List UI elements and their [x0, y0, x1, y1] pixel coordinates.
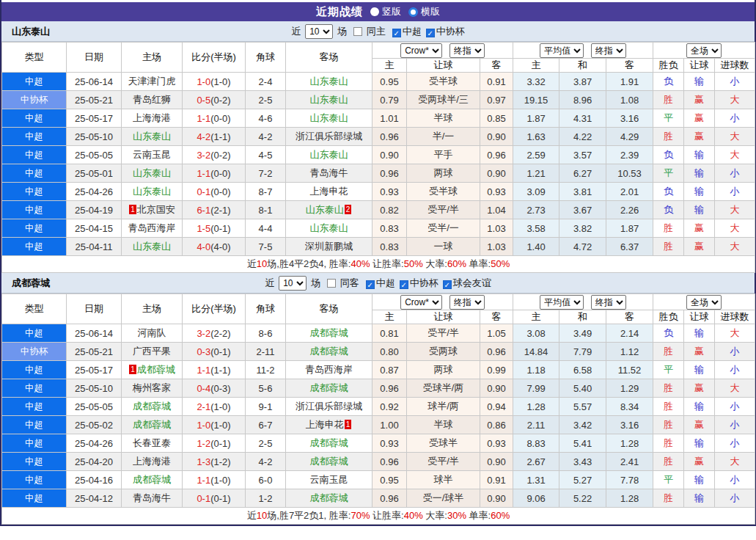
date-cell: 25-04-12	[67, 489, 122, 508]
col-result-header: 胜负	[653, 59, 684, 73]
layout-radio-vertical[interactable]: 竖版	[370, 5, 401, 18]
result-goals-cell: 小	[715, 471, 755, 489]
home-team-cell: 云南玉昆	[122, 146, 183, 164]
corners-cell: 2-5	[246, 91, 286, 109]
col-home-header: 主场	[122, 43, 183, 73]
avg-home-odds-cell: 1.21	[513, 164, 559, 183]
avg-home-odds-cell: 3.58	[513, 219, 559, 238]
handicap-line-cell: 平手	[407, 146, 480, 164]
bookmaker-select[interactable]: Crow*	[400, 43, 442, 58]
avg-home-odds-cell: 1.63	[513, 128, 559, 146]
summary-text: 近10场,胜4平2负4, 胜率:40% 让胜率:50% 大率:60% 单率:50…	[2, 256, 755, 273]
half-time-score: (4-0)	[210, 241, 230, 252]
result-goals-cell: 小	[715, 434, 755, 453]
result-goals-cell: 小	[715, 164, 755, 183]
result-goals-cell: 大	[715, 91, 755, 109]
home-team-cell: 上海海港	[122, 453, 183, 471]
final-odds-select[interactable]: 终指	[449, 295, 485, 310]
home-team-cell: 成都蓉城	[122, 471, 183, 489]
scope-checkbox[interactable]	[353, 27, 362, 36]
average-select[interactable]: 平均值	[540, 43, 584, 58]
avg-away-odds-cell: 11.52	[606, 361, 653, 379]
result-goals-cell: 大	[715, 146, 755, 164]
handicap-away-odds-cell: 0.99	[480, 361, 513, 379]
summary-segment: 40%	[351, 258, 370, 269]
half-time-score: (1-1)	[210, 131, 230, 142]
date-cell: 25-05-05	[67, 398, 122, 416]
competition-label: 中超	[376, 277, 395, 288]
radio-selected-icon[interactable]	[408, 7, 418, 17]
average-final-select[interactable]: 终指	[591, 295, 626, 310]
score-cell: 0-3(0-1)	[183, 343, 246, 361]
average-select[interactable]: 平均值	[540, 295, 584, 310]
col-result-handicap-header: 让球	[684, 59, 715, 73]
handicap-away-odds-cell: 0.91	[480, 471, 513, 489]
result-outcome-cell: 胜	[653, 91, 684, 109]
layout-radio-horizontal[interactable]: 横版	[408, 5, 440, 18]
handicap-away-odds-cell: 0.96	[480, 146, 513, 164]
half-time-score: (0-0)	[210, 168, 230, 179]
final-odds-select[interactable]: 终指	[449, 43, 485, 58]
match-row: 中超25-04-26长春亚泰1-2(0-1)2-5成都蓉城0.93受球半0.93…	[2, 434, 755, 453]
col-handicap-header: 让球	[407, 310, 480, 324]
competition-checkbox[interactable]: ✓	[366, 280, 375, 289]
full-match-select[interactable]: 全场	[686, 43, 722, 58]
avg-away-odds-cell: 3.16	[606, 416, 653, 434]
half-time-score: (1-2)	[210, 456, 230, 467]
page-title: 近期战绩	[316, 5, 363, 19]
handicap-away-odds-cell: 1.04	[480, 201, 513, 219]
match-row: 中超25-04-15青岛西海岸1-5(0-1)4-4山东泰山0.83受半/一1.…	[2, 219, 755, 238]
score-cell: 0-5(0-2)	[183, 91, 246, 109]
result-goals-cell: 大	[715, 324, 755, 343]
result-goals-cell: 大	[715, 379, 755, 398]
summary-row: 近10场,胜7平2负1, 胜率:70% 让胜率:40% 大率:30% 单率:60…	[2, 508, 755, 525]
result-handicap-cell: 赢	[684, 91, 715, 109]
home-team-cell: 山东泰山	[122, 128, 183, 146]
date-cell: 25-04-20	[67, 453, 122, 471]
bookmaker-select[interactable]: Crow*	[400, 295, 442, 310]
full-time-score: 1-3	[197, 456, 210, 467]
avg-draw-odds-cell: 6.58	[559, 361, 606, 379]
competition-checkbox[interactable]: ✓	[400, 280, 408, 289]
avg-away-odds-cell: 7.78	[606, 471, 653, 489]
competition-checkbox[interactable]: ✓	[426, 29, 435, 37]
half-time-score: (1-0)	[210, 475, 230, 486]
avg-home-odds-cell: 2.67	[513, 453, 559, 471]
handicap-home-odds-cell: 0.87	[373, 361, 407, 379]
scope-filter: 同主	[349, 25, 386, 38]
handicap-line-cell: 受平/半	[407, 453, 480, 471]
avg-home-odds-cell: 8.83	[513, 434, 559, 453]
avg-away-odds-cell: 8.34	[606, 398, 653, 416]
score-cell: 1-0(1-0)	[183, 73, 246, 91]
summary-text: 近10场,胜7平2负1, 胜率:70% 让胜率:40% 大率:30% 单率:60…	[2, 508, 755, 525]
layout-horizontal-label: 横版	[421, 5, 440, 18]
away-team-cell: 深圳新鹏城	[286, 238, 373, 256]
match-row: 中超25-05-10梅州客家0-4(0-3)5-6成都蓉城0.96受球半/两0.…	[2, 379, 755, 398]
half-time-score: (1-0)	[210, 401, 230, 412]
recent-count-select[interactable]: 10	[305, 24, 333, 39]
result-outcome-cell: 平	[653, 471, 684, 489]
team-link: 浙江俱乐部绿城	[296, 401, 362, 412]
corners-cell: 8-1	[246, 201, 286, 219]
scope-checkbox[interactable]	[327, 279, 336, 288]
average-final-select[interactable]: 终指	[591, 43, 626, 58]
match-row: 中超25-04-16成都蓉城1-1(1-0)6-0云南玉昆0.95球半0.911…	[2, 471, 755, 489]
corners-cell: 4-2	[246, 453, 286, 471]
match-row: 中协杯25-05-21青岛红狮0-5(0-2)2-5山东泰山0.79受两球半/三…	[2, 91, 755, 109]
full-match-select[interactable]: 全场	[686, 295, 722, 310]
competition-checkbox[interactable]: ✓	[392, 29, 401, 37]
competition-checkbox[interactable]: ✓	[443, 280, 452, 289]
result-handicap-cell: 输	[684, 471, 715, 489]
summary-segment: 让胜率:	[370, 258, 403, 269]
avg-home-odds-cell: 1.87	[513, 109, 559, 128]
score-cell: 6-1(2-1)	[183, 201, 246, 219]
team-link: 成都蓉城	[310, 456, 348, 467]
team-link: 天津津门虎	[128, 76, 176, 87]
recent-count-select[interactable]: 10	[279, 276, 307, 291]
avg-home-odds-cell: 19.15	[513, 91, 559, 109]
summary-segment: 单率:	[466, 258, 491, 269]
team-link: 山东泰山	[310, 149, 348, 160]
radio-unselected-icon[interactable]	[370, 7, 379, 16]
team-link: 梅州客家	[133, 382, 171, 393]
team-link: 山东泰山	[133, 241, 171, 252]
